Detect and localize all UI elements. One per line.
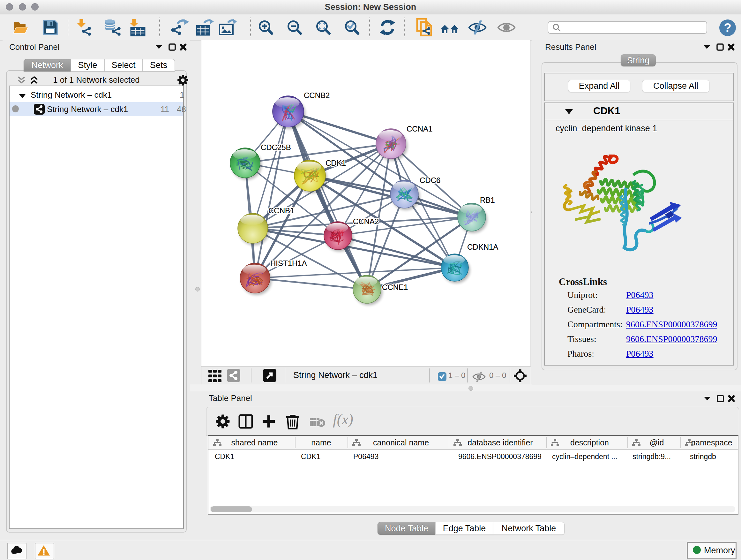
- svg-text:CCNA1: CCNA1: [407, 125, 432, 133]
- svg-text:CCNA2: CCNA2: [353, 217, 379, 226]
- svg-text:CCNB2: CCNB2: [304, 91, 330, 100]
- svg-text:CDC25B: CDC25B: [261, 143, 291, 152]
- svg-text:CDC6: CDC6: [420, 176, 441, 185]
- svg-text:CDK1: CDK1: [326, 159, 346, 167]
- svg-text:CCNE1: CCNE1: [382, 283, 408, 292]
- svg-text:RB1: RB1: [480, 196, 495, 204]
- svg-text:HIST1H1A: HIST1H1A: [270, 259, 307, 267]
- svg-text:CCNB1: CCNB1: [268, 206, 294, 215]
- svg-text:?: ?: [724, 21, 731, 35]
- svg-text:CDKN1A: CDKN1A: [467, 243, 498, 251]
